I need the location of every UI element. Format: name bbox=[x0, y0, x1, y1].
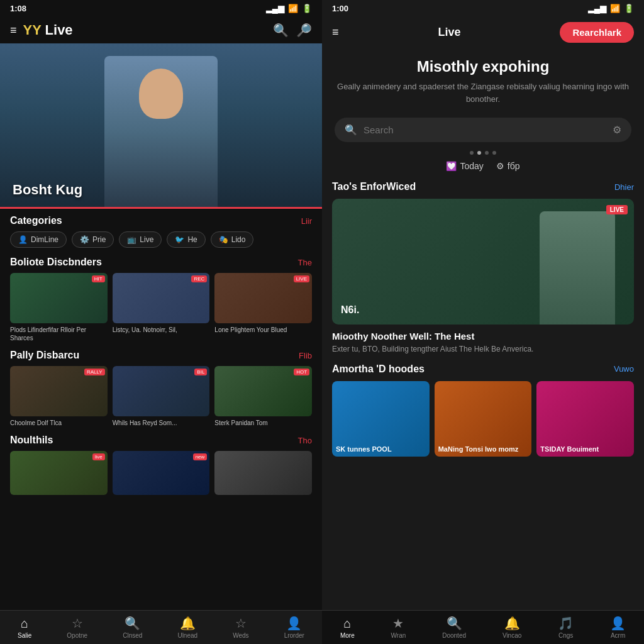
noulthils-thumb-1[interactable]: live bbox=[10, 451, 108, 495]
filter-top-icon: ⚙ bbox=[496, 161, 504, 171]
right-nav-wran[interactable]: ★ Wran bbox=[391, 616, 406, 639]
left-search-icon-2[interactable]: 🔎 bbox=[296, 23, 312, 38]
categories-header: Categories Liir bbox=[10, 215, 312, 226]
right-hero-subtitle: Geally animedery and spaderset the Ziang… bbox=[335, 80, 631, 105]
right-nav-more-label: More bbox=[340, 632, 355, 639]
noulthils-title: Noulthils bbox=[10, 435, 53, 446]
search-gear-icon[interactable]: ⚙ bbox=[613, 124, 621, 136]
right-hero-title: Misothly expohing bbox=[335, 58, 631, 75]
boliote-link[interactable]: The bbox=[298, 258, 312, 267]
pill-prie-icon: ⚙️ bbox=[80, 235, 89, 244]
right-live-label: Live bbox=[438, 26, 460, 39]
pally-badge-1: RALLY bbox=[84, 369, 105, 375]
right-nav-more[interactable]: ⌂ More bbox=[340, 616, 355, 639]
right-nav-cngs[interactable]: 🎵 Cngs bbox=[558, 616, 574, 639]
right-nav-cngs-label: Cngs bbox=[558, 632, 573, 639]
search-placeholder-icon: 🔍 bbox=[345, 124, 357, 136]
pill-live-icon: 📺 bbox=[127, 235, 136, 244]
featured-overlay-text: N6i. bbox=[341, 304, 359, 316]
filter-today[interactable]: 💟 Today bbox=[446, 161, 483, 171]
pill-he-icon: 🐦 bbox=[175, 235, 184, 244]
filter-tabs: 💟 Today ⚙ fбp bbox=[322, 157, 644, 175]
left-nav-weds[interactable]: ☆ Weds bbox=[233, 616, 248, 639]
search-input[interactable] bbox=[364, 125, 606, 135]
featured-card-title: Mioothy Noother Well: The Hest bbox=[332, 331, 634, 341]
left-search-icon-1[interactable]: 🔍 bbox=[273, 23, 289, 38]
right-nav-vincao-label: Vincao bbox=[502, 632, 521, 639]
boliote-label-1: Plods Lifinderfifar Rlloir Per Sharces bbox=[10, 326, 108, 342]
pill-lido[interactable]: 🎭 Lido bbox=[211, 231, 254, 248]
right-time: 1:00 bbox=[332, 4, 348, 13]
pally-header: Pally Disbarcu Flib bbox=[10, 350, 312, 361]
categories-title: Categories bbox=[10, 215, 62, 226]
pally-thumb-2[interactable]: BIL Whils Has Reyd Som... bbox=[113, 366, 210, 427]
noulthils-thumb-3[interactable] bbox=[214, 451, 312, 495]
top-section-link[interactable]: Dhier bbox=[614, 182, 634, 192]
pill-dimline[interactable]: 👤 DimLine bbox=[10, 231, 67, 248]
right-hero: Misothly expohing Geally animedery and s… bbox=[322, 48, 644, 111]
pally-img-3: HOT bbox=[214, 366, 312, 416]
pally-badge-2: BIL bbox=[194, 369, 207, 375]
pally-link[interactable]: Flib bbox=[299, 351, 312, 360]
left-nav-ulnead-icon: 🔔 bbox=[180, 616, 196, 631]
filter-top[interactable]: ⚙ fбp bbox=[496, 161, 520, 171]
pill-lido-label: Lido bbox=[231, 235, 246, 244]
left-nav-lrorder[interactable]: 👤 Lrorder bbox=[284, 616, 304, 639]
amortha-header: Amortha 'D hoodes Vuwo bbox=[332, 364, 634, 375]
left-nav-weds-icon: ☆ bbox=[235, 616, 247, 631]
pill-prie-label: Prie bbox=[92, 235, 106, 244]
pally-label-3: Sterk Panidan Tom bbox=[214, 419, 312, 427]
right-nav-doonted-label: Doonted bbox=[442, 632, 466, 639]
amortha-label-1: SK tunnes POOL bbox=[336, 445, 392, 453]
boliote-badge-1: HIT bbox=[92, 275, 105, 282]
left-nav-home[interactable]: ⌂ Salie bbox=[18, 616, 31, 639]
pill-prie[interactable]: ⚙️ Prie bbox=[72, 231, 114, 248]
pill-live[interactable]: 📺 Live bbox=[119, 231, 162, 248]
boliote-thumb-1[interactable]: HIT Plods Lifinderfifar Rlloir Per Sharc… bbox=[10, 273, 108, 342]
right-nav-doonted[interactable]: 🔍 Doonted bbox=[442, 616, 466, 639]
right-menu-icon[interactable]: ≡ bbox=[332, 26, 339, 39]
categories-link[interactable]: Liir bbox=[301, 216, 312, 226]
left-nav-ulnead[interactable]: 🔔 Ulnead bbox=[177, 616, 197, 639]
noulthils-link[interactable]: Tho bbox=[298, 436, 312, 445]
right-content: Tao's EnforWiced Dhier LIVE N6i. Mioothy… bbox=[322, 175, 644, 644]
boliote-label-3: Lone Plightem Your Blued bbox=[214, 326, 312, 334]
category-pills: 👤 DimLine ⚙️ Prie 📺 Live 🐦 He 🎭 Lido bbox=[10, 231, 312, 248]
left-menu-icon[interactable]: ≡ bbox=[10, 24, 17, 37]
right-status-icons: ▂▄▆ 📶 🔋 bbox=[588, 4, 634, 13]
boliote-thumb-2[interactable]: REC Listcy, Ua. Notnoirr, Sil, bbox=[113, 273, 210, 342]
pill-he[interactable]: 🐦 He bbox=[167, 231, 205, 248]
featured-card[interactable]: LIVE N6i. bbox=[332, 199, 634, 325]
pally-thumb-3[interactable]: HOT Sterk Panidan Tom bbox=[214, 366, 312, 427]
left-nav-clnsed-icon: 🔍 bbox=[125, 616, 140, 631]
boliote-thumb-3[interactable]: LIVE Lone Plightem Your Blued bbox=[214, 273, 312, 342]
pagination-dots bbox=[322, 148, 644, 157]
amortha-thumb-2[interactable]: MaNing Tonsi lwo momz bbox=[435, 381, 532, 457]
rearchlark-button[interactable]: Rearchlark bbox=[560, 22, 634, 43]
pally-badge-3: HOT bbox=[294, 369, 309, 375]
pally-img-2: BIL bbox=[113, 366, 210, 416]
left-battery-icon: 🔋 bbox=[302, 4, 312, 13]
amortha-title: Amortha 'D hoodes bbox=[332, 364, 425, 375]
left-nav-clnsed[interactable]: 🔍 Clnsed bbox=[123, 616, 142, 639]
top-section-header: Tao's EnforWiced Dhier bbox=[332, 181, 634, 192]
boliote-section: Boliote Discbnders The HIT Plods Lifinde… bbox=[0, 252, 322, 345]
amortha-thumb-3[interactable]: TSIDAY Bouiment bbox=[536, 381, 634, 457]
pally-label-1: Choolme Dolf Tlca bbox=[10, 419, 108, 427]
search-bar[interactable]: 🔍 ⚙ bbox=[335, 118, 631, 142]
left-nav-opotne[interactable]: ☆ Opotne bbox=[67, 616, 87, 639]
noulthils-thumb-2[interactable]: new bbox=[113, 451, 210, 495]
left-nav-ulnead-label: Ulnead bbox=[177, 632, 197, 639]
right-panel: 1:00 ▂▄▆ 📶 🔋 ≡ Live Rearchlark Misothly … bbox=[322, 0, 644, 644]
right-nav-doonted-icon: 🔍 bbox=[447, 616, 462, 631]
pally-thumb-1[interactable]: RALLY Choolme Dolf Tlca bbox=[10, 366, 108, 427]
left-status-bar: 1:08 ▂▄▆ 📶 🔋 bbox=[0, 0, 322, 17]
boliote-label-2: Listcy, Ua. Notnoirr, Sil, bbox=[113, 326, 210, 334]
noulthils-img-2: new bbox=[113, 451, 210, 495]
right-nav-vincao[interactable]: 🔔 Vincao bbox=[502, 616, 521, 639]
right-nav-acrm[interactable]: 👤 Acrm bbox=[610, 616, 626, 639]
right-battery-icon: 🔋 bbox=[624, 4, 634, 13]
amortha-thumb-1[interactable]: SK tunnes POOL bbox=[332, 381, 430, 457]
amortha-link[interactable]: Vuwo bbox=[614, 364, 634, 374]
dot-4 bbox=[492, 151, 496, 155]
